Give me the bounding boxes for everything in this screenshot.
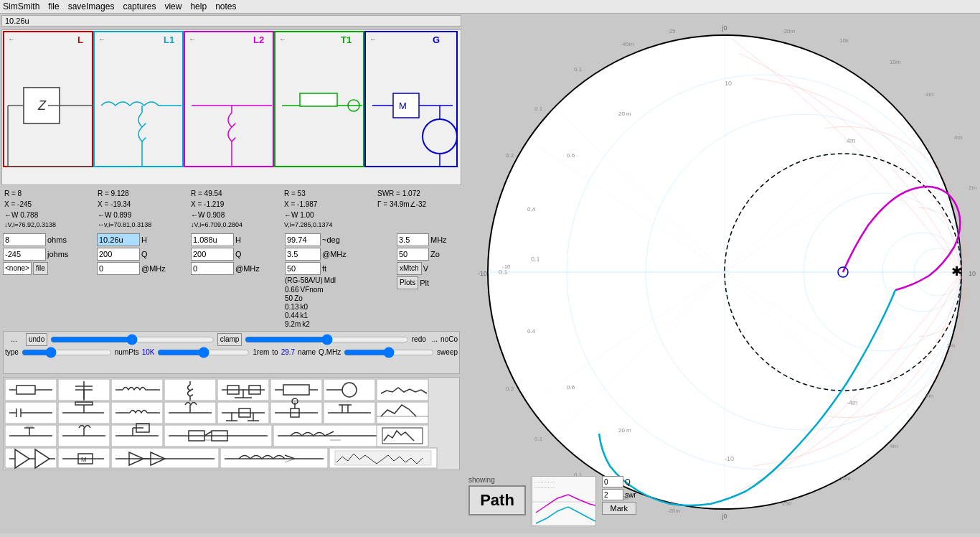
svg-text:←: ←	[8, 35, 15, 43]
svg-text:0.1: 0.1	[534, 106, 543, 112]
component-selector: M	[3, 377, 460, 470]
freq-input[interactable]	[397, 233, 429, 246]
svg-text:10m: 10m	[890, 59, 901, 65]
svg-text:4m: 4m	[954, 134, 962, 141]
slider-5[interactable]	[344, 347, 434, 358]
svg-text:-10: -10	[725, 455, 734, 462]
svg-text:0.4: 0.4	[527, 328, 536, 335]
slider-1[interactable]	[50, 335, 214, 345]
menu-help[interactable]: help	[190, 1, 207, 11]
col1-inputs: ohms johms file	[3, 233, 96, 328]
swr-input[interactable]	[602, 489, 623, 500]
svg-text:10k: 10k	[839, 37, 849, 44]
svg-text:4m: 4m	[847, 137, 856, 144]
slider-2[interactable]	[245, 335, 408, 345]
q-label: Q	[625, 478, 631, 486]
plots-button[interactable]: Plots	[397, 276, 418, 289]
svg-text:L: L	[77, 34, 83, 45]
bottom-info: showing Path ··············· ···········…	[468, 476, 636, 526]
svg-text:2m: 2m	[947, 342, 955, 349]
slider-row-2: type numPts 10K 1rem to 29.7 name Q.MHz …	[5, 347, 458, 358]
svg-text:···············: ···············	[534, 485, 555, 490]
file-button[interactable]: file	[33, 262, 48, 275]
l2-h-input[interactable]	[191, 233, 234, 246]
l1-mhz-input[interactable]	[97, 262, 140, 275]
svg-text:-10: -10	[502, 263, 511, 270]
col-L-values: R = 8 X = -245 ←W 0.788 ↓V,i=76.92,0.313…	[3, 187, 96, 232]
svg-rect-29	[300, 93, 337, 106]
xmtch-button[interactable]: xMtch	[397, 262, 422, 275]
col-L1-values: R = 9.128 X = -19.34 ←W 0.899 ↔v,i=70.81…	[96, 187, 189, 232]
svg-text:···············: ···············	[534, 480, 555, 485]
svg-text:✱: ✱	[951, 264, 962, 279]
r-field-row: ohms	[3, 233, 96, 246]
menu-simsmith[interactable]: SimSmith	[3, 1, 39, 11]
svg-text:0.1: 0.1	[534, 436, 543, 442]
t1-mhz-input[interactable]	[285, 248, 321, 261]
svg-text:2m: 2m	[969, 185, 976, 191]
col2-inputs: H Q @MHz	[97, 233, 190, 328]
slider-4[interactable]	[157, 347, 250, 358]
swr-row: swr	[602, 489, 636, 500]
path-button[interactable]: Path	[468, 485, 526, 515]
undo-button[interactable]: undo	[26, 333, 47, 346]
x-input[interactable]	[3, 248, 46, 261]
l2-q-input[interactable]	[191, 248, 234, 261]
svg-text:←: ←	[279, 35, 286, 43]
svg-text:G: G	[433, 34, 440, 45]
svg-text:0.1: 0.1	[574, 66, 583, 73]
svg-text:20 m: 20 m	[618, 427, 631, 434]
menu-saveimages[interactable]: saveImages	[68, 1, 115, 11]
menu-file[interactable]: file	[48, 1, 59, 11]
col4-inputs: ~deg @MHz ft (RG-58A/U) Mdl 0.66VFnom	[285, 233, 396, 328]
q-row: Q	[602, 476, 636, 487]
q-input[interactable]	[602, 476, 623, 487]
component-selector-svg: M	[4, 378, 459, 470]
l2-q-row: Q	[191, 248, 284, 261]
zo-input[interactable]	[397, 248, 429, 261]
svg-text:T1: T1	[341, 34, 352, 45]
t1-mdl-row: (RG-58A/U) Mdl	[285, 276, 396, 284]
none-input[interactable]	[3, 262, 32, 275]
t1-deg-input[interactable]	[285, 233, 321, 246]
svg-text:10: 10	[725, 80, 732, 87]
l1-h-input[interactable]	[97, 233, 140, 246]
svg-text:0.2: 0.2	[506, 152, 514, 159]
svg-rect-137	[111, 448, 219, 468]
svg-text:10m: 10m	[839, 475, 851, 482]
menu-notes[interactable]: notes	[215, 1, 236, 11]
l1-q-input[interactable]	[97, 248, 140, 261]
slider-3[interactable]	[22, 347, 112, 358]
svg-text:←: ←	[98, 35, 105, 43]
col-G-values: SWR = 1.072 Γ = 34.9m∠-32	[376, 187, 469, 232]
circuit-svg: L L1 L2 T1 G ← ← ← ← ← Z	[2, 30, 460, 185]
slider-row-1: ... undo clamp redo ... noCo	[5, 333, 458, 346]
file-field-row: file	[3, 262, 96, 275]
svg-text:0.6: 0.6	[567, 384, 575, 391]
swr-label: swr	[625, 491, 636, 499]
l2-mhz-input[interactable]	[191, 262, 234, 275]
values-grid: R = 8 X = -245 ←W 0.788 ↓V,i=76.92,0.313…	[3, 187, 460, 232]
mini-chart: ··············· ···············	[532, 476, 596, 526]
t1-deg-row: ~deg	[285, 233, 396, 246]
svg-text:j0: j0	[721, 513, 727, 520]
tl-params: 0.66VFnom 50Zo 0.13k0 0.44k1 9.2mk2	[285, 286, 396, 328]
mark-button[interactable]: Mark	[602, 502, 636, 515]
t1-ft-input[interactable]	[285, 262, 321, 275]
circuit-diagram: L L1 L2 T1 G ← ← ← ← ← Z	[1, 29, 461, 185]
col3-inputs: H Q @MHz	[191, 233, 284, 328]
r-input[interactable]	[3, 233, 46, 246]
svg-text:4m: 4m	[890, 443, 897, 449]
svg-text:Z: Z	[37, 98, 47, 113]
menu-view[interactable]: view	[164, 1, 182, 11]
svg-text:4m: 4m	[925, 91, 933, 98]
slider-area: ... undo clamp redo ... noCo type numPts…	[3, 331, 460, 374]
svg-text:-40m: -40m	[621, 41, 634, 47]
fields-grid: ohms johms file H	[3, 233, 460, 328]
svg-text:250: 250	[782, 500, 792, 507]
menu-captures[interactable]: captures	[123, 1, 156, 11]
svg-text:20 m: 20 m	[618, 111, 631, 117]
clamp-button[interactable]: clamp	[217, 333, 242, 346]
l1-q-row: Q	[97, 248, 190, 261]
showing-label: showing	[468, 476, 526, 484]
